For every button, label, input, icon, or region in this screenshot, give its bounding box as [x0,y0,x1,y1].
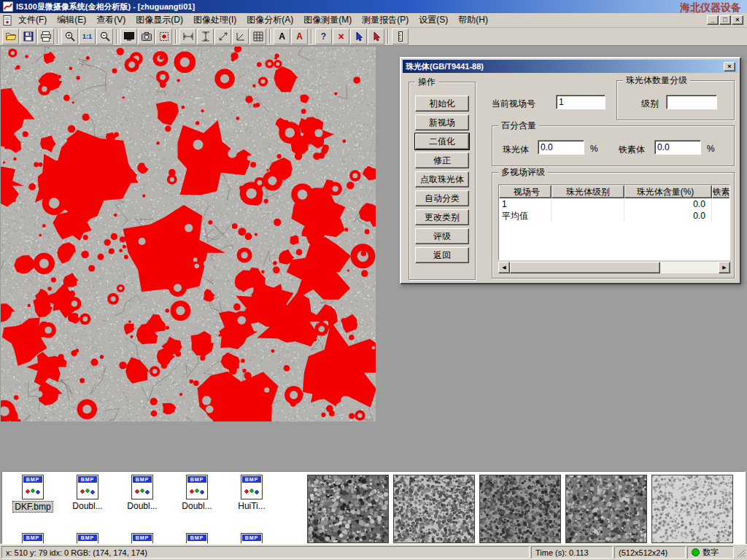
dialog-close-button[interactable]: × [724,62,735,71]
new-field-button[interactable]: 新视场 [415,114,469,131]
ruler-button[interactable] [392,28,409,44]
measure-diagonal-button[interactable] [214,28,231,44]
column-pearlite-grade[interactable]: 珠光体级别 [551,185,624,198]
initialize-button[interactable]: 初始化 [415,96,469,112]
file-item[interactable]: BMP [116,533,169,544]
return-button[interactable]: 返回 [415,247,469,263]
menu-image-measure[interactable]: 图像测量(M) [298,12,357,28]
file-item[interactable]: BMP Doubl... [61,475,114,511]
live-video-button[interactable] [120,28,137,44]
current-field-input[interactable] [556,95,605,109]
file-item[interactable]: BMP [7,533,59,544]
document-icon [1,15,13,26]
bmp-art [244,487,260,496]
file-item[interactable]: BMP [225,533,278,544]
measure-horizontal-button[interactable] [179,28,196,44]
text-tool-button[interactable]: A [274,28,290,44]
cell-ferrite [712,198,730,210]
file-thumbnail[interactable] [393,475,475,543]
save-button[interactable] [20,28,36,44]
close-button[interactable]: × [732,15,743,25]
file-item[interactable]: BMP [61,533,114,544]
file-item[interactable]: BMP Doubl... [116,475,169,511]
toolbar-separator [387,29,389,44]
bmp-file-icon: BMP [22,475,44,499]
font-tool-button[interactable]: A [291,28,308,44]
file-name[interactable]: Doubl... [180,501,213,511]
file-item[interactable]: BMP Doubl... [171,475,223,511]
table-row[interactable]: 1 0.0 [499,198,729,210]
pick-pearlite-button[interactable]: 点取珠光体 [415,171,469,187]
watermark-text: 海北仪器设备 [680,1,741,15]
actual-size-button[interactable]: 1:1 [79,28,96,44]
microscopy-image[interactable] [1,47,376,421]
file-thumbnail[interactable] [651,475,733,543]
file-item[interactable]: BMP DKF.bmp [7,475,59,513]
capture-button[interactable] [155,28,172,44]
scrollbar-thumb[interactable] [510,262,660,273]
cut-icon: × [338,31,344,42]
menu-file[interactable]: 文件(F) [13,12,52,28]
restore-button[interactable]: □ [719,15,731,25]
operation-group: 操作 初始化 新视场 二值化 修正 点取珠光体 自动分类 更改类别 评级 返回 [409,82,476,280]
help-button[interactable]: ? [315,28,332,44]
menu-edit[interactable]: 编辑(E) [52,12,91,28]
bmp-badge: BMP [187,534,206,541]
level-input[interactable] [666,95,717,109]
file-thumbnail[interactable] [565,475,647,543]
file-item[interactable]: BMP [171,533,223,544]
scroll-right-button[interactable]: ▶ [719,262,730,273]
pointer-red-button[interactable] [368,28,384,44]
zoom-in-button[interactable] [61,28,78,44]
table-row-average[interactable]: 平均值 0.0 [499,210,729,222]
camera-button[interactable] [138,28,155,44]
menu-measure-report[interactable]: 测量报告(P) [357,12,414,28]
minimize-button[interactable]: _ [707,15,719,25]
scrollbar-track[interactable] [510,262,719,273]
menu-image-display[interactable]: 图像显示(D) [131,12,188,28]
menu-help[interactable]: 帮助(H) [453,12,493,28]
bmp-file-icon: BMP [186,533,208,544]
operation-group-label: 操作 [415,77,438,87]
scroll-left-button[interactable]: ◀ [498,262,510,273]
cut-button[interactable]: × [333,28,349,44]
resize-grip[interactable] [735,548,746,558]
measure-vertical-button[interactable] [197,28,214,44]
measure-angle-button[interactable] [232,28,249,44]
multifield-group-label: 多视场评级 [498,167,548,177]
file-name[interactable]: HuiTi... [236,501,267,511]
zoom-out-button[interactable] [96,28,113,44]
font-tool-icon: A [296,31,303,42]
file-item[interactable]: BMP HuiTi... [225,475,278,511]
auto-classify-button[interactable]: 自动分类 [415,190,469,206]
bmp-badge: BMP [133,534,152,541]
binarize-button[interactable]: 二值化 [415,133,469,149]
rate-button[interactable]: 评级 [415,228,469,244]
application-window: IS100显微摄像系统(金相分析版) - [zhuguangti01] 海北仪器… [0,0,747,560]
grid-button[interactable] [249,28,266,44]
column-field[interactable]: 视场号 [499,185,551,198]
ruler-icon [395,31,406,42]
open-button[interactable] [2,28,19,44]
menu-image-processing[interactable]: 图像处理(I) [188,12,241,28]
column-pearlite-content[interactable]: 珠光体含量(%) [624,185,712,198]
menu-settings[interactable]: 设置(S) [414,12,453,28]
pointer-blue-icon [353,31,365,42]
file-name[interactable]: DKF.bmp [12,501,53,513]
column-ferrite-content[interactable]: 铁素体含量(%) [712,185,730,198]
ferrite-percent-input[interactable] [654,140,701,155]
file-thumbnail[interactable] [479,475,561,543]
change-category-button[interactable]: 更改类别 [415,209,469,225]
pointer-blue-button[interactable] [350,28,367,44]
file-thumbnail[interactable] [307,475,389,543]
print-button[interactable] [37,28,54,44]
bmp-badge: BMP [78,534,97,541]
bmp-art [25,487,41,496]
menu-view[interactable]: 查看(V) [91,12,131,28]
correct-button[interactable]: 修正 [415,152,469,168]
dialog-title-bar[interactable]: 珠光体(GB/T9441-88) × [403,60,738,73]
menu-image-analysis[interactable]: 图像分析(A) [241,12,298,28]
file-name[interactable]: Doubl... [71,501,104,511]
file-name[interactable]: Doubl... [125,501,158,511]
pearlite-percent-input[interactable] [538,140,584,155]
